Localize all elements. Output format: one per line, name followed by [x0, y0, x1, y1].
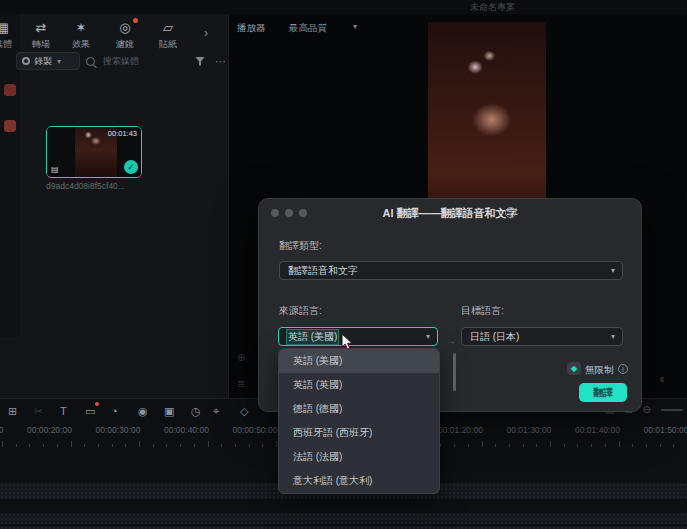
ruler-tick [605, 444, 606, 447]
nav-item-filters[interactable]: ◎濾鏡 [110, 20, 140, 51]
nav-item-effects[interactable]: ✶效果 [66, 20, 96, 51]
split-icon[interactable]: ✂ [34, 404, 43, 418]
nav-item-transitions[interactable]: ⇄轉場 [26, 20, 56, 51]
language-option[interactable]: 法語 (法國) [279, 445, 439, 469]
credits-label: 無限制 [585, 364, 614, 377]
record-label: 錄製 [34, 55, 52, 68]
info-icon[interactable]: i [618, 364, 628, 374]
ruler-timecode: 00:00:40:00 [164, 425, 209, 435]
source-language-dropdown: 英語 (美國)英語 (英國)德語 (德國)西班牙語 (西班牙)法語 (法國)意大… [278, 348, 440, 494]
source-label: 來源語言: [279, 304, 322, 318]
dropdown-scrollbar[interactable] [453, 353, 456, 391]
ruler-tick [619, 441, 620, 447]
player-title: 播放器 [237, 22, 266, 35]
ruler-tick [2, 441, 3, 447]
snapshot-icon[interactable]: ▣ [164, 404, 174, 418]
ruler-tick [550, 441, 551, 447]
stickers-icon: ▱ [153, 20, 183, 36]
translate-button[interactable]: 翻譯 [579, 383, 627, 402]
type-select[interactable]: 翻譯語音和文字 ▾ [279, 261, 623, 280]
timeline-zoom-slider[interactable] [661, 409, 683, 411]
panel-divider [228, 14, 229, 398]
record-button[interactable]: 錄製 ▾ [16, 52, 80, 70]
transitions-icon: ⇄ [26, 20, 56, 36]
ruler-tick [84, 444, 85, 447]
nav-item-media[interactable]: ▦媒體 [0, 20, 18, 51]
ruler-timecode: 00:01:20:00 [438, 425, 483, 435]
nav-item-stickers[interactable]: ▱貼紙 [153, 20, 183, 51]
ruler-tick [454, 444, 455, 447]
ruler-tick [632, 444, 633, 447]
language-option[interactable]: 意大利語 (意大利) [279, 469, 439, 493]
ruler-tick [194, 444, 195, 447]
ruler-tick [153, 444, 154, 447]
language-option[interactable]: 英語 (美國) [279, 349, 439, 373]
keyframe-icon[interactable]: ◇ [240, 404, 248, 418]
language-option[interactable]: 西班牙語 (西班牙) [279, 421, 439, 445]
notification-dot [133, 18, 138, 23]
ruler-timecode: 00:00:30:00 [96, 425, 141, 435]
clip-filename: d9adc4d08i8f5cf40... [46, 181, 156, 191]
notification-dot [95, 402, 99, 406]
ruler-tick [166, 444, 167, 447]
target-label: 目標語言: [461, 304, 504, 318]
ruler-tick [591, 444, 592, 447]
timeline-track[interactable] [0, 513, 687, 524]
quality-select[interactable]: 最高品質 ▾ [289, 22, 357, 35]
ruler-timecode: 00:01:50:00 [644, 425, 687, 435]
search-input[interactable] [101, 55, 191, 67]
ruler-tick [660, 444, 661, 447]
collapse-panel-icon[interactable]: ‹ [660, 372, 664, 386]
help-icon[interactable]: ? [505, 207, 516, 218]
type-label: 翻譯類型: [279, 239, 322, 253]
ruler-tick [112, 444, 113, 447]
ruler-tick [468, 444, 469, 447]
list-icon[interactable]: ≣ [237, 378, 245, 389]
ruler-timecode: 00:00:10:00 [0, 425, 3, 435]
nav-expand-icon[interactable]: › [204, 26, 208, 40]
credits-gem-icon: ◆ [567, 362, 581, 375]
ruler-tick [139, 441, 140, 447]
add-icon[interactable]: ⊕ [237, 352, 245, 363]
clip-type-icon: ▤ [51, 165, 59, 174]
ruler-tick [523, 444, 524, 447]
ruler-tick [536, 444, 537, 447]
clip-duration: 00:01:43 [108, 129, 137, 138]
type-value: 翻譯語音和文字 [288, 264, 358, 278]
ruler-tick [509, 444, 510, 447]
dialog-title: AI 翻譯——翻譯語音和文字 [259, 206, 641, 221]
ruler-tick [235, 444, 236, 447]
chevron-down-icon: ▾ [611, 332, 615, 341]
quality-value: 最高品質 [289, 22, 327, 35]
clip-used-check-icon: ✓ [124, 160, 138, 174]
more-options-icon[interactable]: ⋯ [215, 55, 226, 68]
ruler-tick [646, 444, 647, 447]
language-option[interactable]: 英語 (英國) [279, 373, 439, 397]
category-icon-2[interactable] [4, 120, 16, 132]
media-clip-card[interactable]: 00:01:43 ▤ ✓ [46, 126, 142, 178]
ruler-tick [249, 444, 250, 447]
text-icon[interactable]: T [60, 404, 67, 418]
target-value: 日語 (日本) [470, 330, 519, 344]
chevron-down-icon: ▾ [426, 332, 430, 341]
crop-icon[interactable]: ⊞ [8, 404, 17, 418]
zoom-out-icon[interactable]: ⊖ [643, 404, 651, 415]
timer-icon[interactable]: ◷ [191, 404, 201, 418]
project-title: 未命名專案 [470, 1, 515, 14]
ruler-tick [57, 444, 58, 447]
source-language-select[interactable]: 英語 (美國) ▾ [278, 327, 438, 346]
tracking-icon[interactable]: ⌖ [213, 404, 219, 418]
speed-icon[interactable]: ◔ [111, 404, 118, 418]
ruler-tick [125, 444, 126, 447]
filter-icon[interactable] [195, 57, 205, 66]
target-language-select[interactable]: 日語 (日本) ▾ [461, 327, 623, 346]
ruler-tick [577, 444, 578, 447]
mask-icon[interactable]: ▭ [85, 404, 95, 418]
ruler-tick [440, 444, 441, 447]
color-icon[interactable]: ◉ [138, 404, 148, 418]
language-option[interactable]: 德語 (德國) [279, 397, 439, 421]
ruler-tick [208, 441, 209, 447]
ruler-tick [71, 441, 72, 447]
ruler-tick [262, 444, 263, 447]
category-icon-1[interactable] [4, 84, 16, 96]
